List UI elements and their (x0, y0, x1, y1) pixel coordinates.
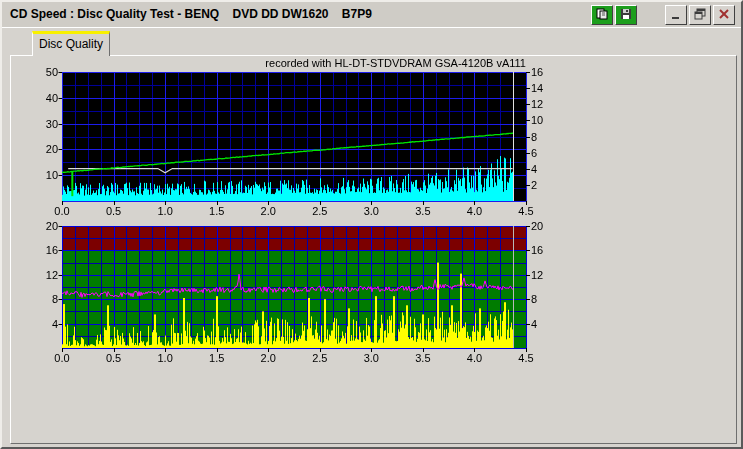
close-button[interactable] (713, 5, 735, 25)
close-icon (718, 8, 730, 23)
maximize-button[interactable] (689, 5, 711, 25)
copy-to-clipboard-button[interactable] (591, 5, 613, 25)
document-copy-icon (596, 8, 608, 23)
floppy-disk-icon (620, 8, 632, 23)
title-bar: CD Speed : Disc Quality Test - BENQ DVD … (2, 2, 741, 28)
chart-annotation: recorded with HL-DT-STDVDRAM GSA-4120B v… (232, 57, 526, 69)
save-results-button[interactable] (615, 5, 637, 25)
app-window: CD Speed : Disc Quality Test - BENQ DVD … (0, 0, 743, 449)
title-bar-spacer (637, 15, 663, 16)
disc-quality-chart (22, 56, 557, 368)
restore-icon (694, 8, 706, 23)
tab-disc-quality[interactable]: Disc Quality (32, 31, 110, 56)
title-bar-buttons (589, 5, 735, 25)
minimize-button[interactable] (665, 5, 687, 25)
window-title: CD Speed : Disc Quality Test - BENQ DVD … (10, 7, 372, 21)
minimize-icon (670, 8, 682, 23)
